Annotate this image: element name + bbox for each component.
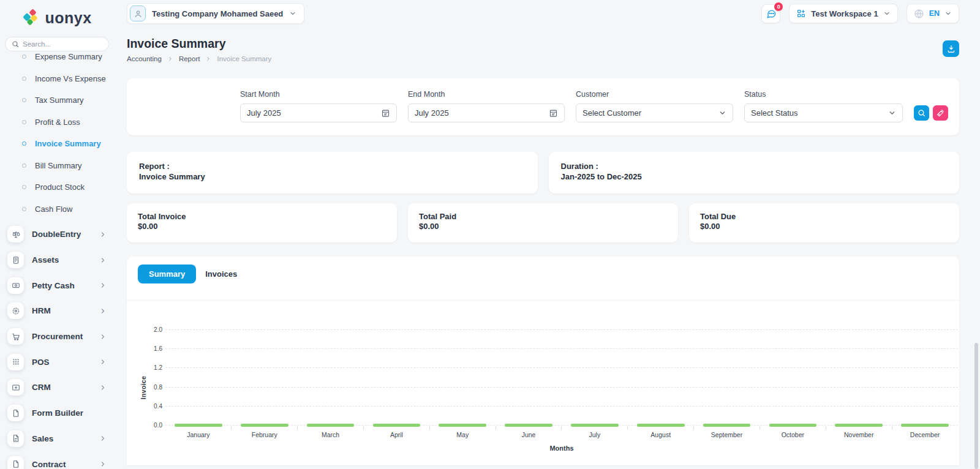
page-scrollbar-thumb[interactable] xyxy=(974,343,978,469)
app-logo[interactable]: uonyx xyxy=(5,9,109,27)
download-button[interactable] xyxy=(943,40,959,57)
chevron-down-icon xyxy=(888,109,896,117)
sidebar-module-menu: DoubleEntryAssetsPetty CashHRMProcuremen… xyxy=(5,222,109,469)
sidebar-item-expense-summary[interactable]: Expense Summary xyxy=(5,54,109,68)
circle-bullet-icon xyxy=(22,163,26,168)
sidebar-item-label: Invoice Summary xyxy=(35,139,101,148)
sidebar-item-invoice-summary[interactable]: Invoice Summary xyxy=(5,133,109,155)
company-avatar xyxy=(130,6,146,21)
chart-bar-cell xyxy=(429,323,496,426)
sidebar-item-doubleentry[interactable]: DoubleEntry xyxy=(5,222,109,247)
sidebar-report-menu: Expense SummaryIncome Vs ExpenseTax Summ… xyxy=(5,54,109,220)
app-logo-icon xyxy=(22,9,40,27)
sidebar-item-cash-flow[interactable]: Cash Flow xyxy=(5,198,109,220)
tab-summary[interactable]: Summary xyxy=(138,265,196,283)
target-icon xyxy=(7,302,24,319)
sidebar-item-crm[interactable]: CRM xyxy=(5,375,109,400)
customer-label: Customer xyxy=(576,90,733,99)
eraser-icon xyxy=(937,109,944,117)
file-icon xyxy=(7,405,24,421)
file-icon xyxy=(7,456,24,469)
y-tick-label: 1.2 xyxy=(154,364,162,371)
invoice-bar xyxy=(373,424,421,427)
sidebar-item-bill-summary[interactable]: Bill Summary xyxy=(5,155,109,177)
report-label: Report : xyxy=(139,161,526,171)
invoice-bar xyxy=(175,424,222,427)
x-tick-label: March xyxy=(298,431,364,438)
status-select[interactable]: Select Status xyxy=(744,103,903,122)
invoice-bar xyxy=(307,424,355,427)
sidebar-item-procurement[interactable]: Procurement xyxy=(5,324,109,350)
device-icon xyxy=(7,252,24,268)
x-tick-label: January xyxy=(165,431,232,438)
tab-invoices[interactable]: Invoices xyxy=(205,265,237,283)
sidebar-item-product-stock[interactable]: Product Stock xyxy=(5,176,109,198)
total-label: Total Due xyxy=(700,212,948,221)
sidebar-item-income-vs-expense[interactable]: Income Vs Expense xyxy=(5,68,109,90)
company-selector[interactable]: Testing Company Mohamed Saeed xyxy=(127,3,304,24)
chevron-right-icon xyxy=(99,257,107,264)
sidebar-item-assets[interactable]: Assets xyxy=(5,247,109,273)
x-tick-label: December xyxy=(892,431,958,438)
sidebar-item-sales[interactable]: Sales xyxy=(5,426,109,452)
search-input[interactable] xyxy=(23,40,114,48)
sidebar-item-petty-cash[interactable]: Petty Cash xyxy=(5,272,109,298)
language-label: EN xyxy=(929,9,940,18)
chart-x-ticks: JanuaryFebruaryMarchAprilMayJuneJulyAugu… xyxy=(165,431,958,438)
sidebar-item-label: Petty Cash xyxy=(32,281,91,290)
customer-select[interactable]: Select Customer xyxy=(576,103,733,122)
x-tick-label: August xyxy=(628,431,694,438)
messages-button[interactable]: 0 xyxy=(761,4,780,23)
sidebar-item-label: Assets xyxy=(32,255,91,265)
x-tick-label: April xyxy=(363,431,429,438)
circle-bullet-icon xyxy=(22,54,26,59)
chevron-right-icon xyxy=(99,358,107,366)
sidebar-item-pos[interactable]: POS xyxy=(5,349,109,375)
chevron-right-icon xyxy=(205,56,211,62)
duration-label: Duration : xyxy=(561,161,948,171)
reset-filter-button[interactable] xyxy=(933,105,948,121)
totals-row: Total Invoice$0.00Total Paid$0.00Total D… xyxy=(127,203,959,242)
breadcrumb-item[interactable]: Accounting xyxy=(127,55,162,62)
calendar-icon xyxy=(549,108,558,118)
start-month-input[interactable]: July 2025 xyxy=(240,103,397,122)
total-value: $0.00 xyxy=(138,222,386,231)
invoice-chart: Invoice 0.00.40.81.21.62.0 JanuaryFebrua… xyxy=(127,301,959,452)
x-tick-label: July xyxy=(562,431,628,438)
search-icon xyxy=(12,40,19,48)
circle-bullet-icon xyxy=(22,141,26,146)
file-text-icon xyxy=(7,430,24,447)
x-tick-label: May xyxy=(429,431,496,438)
page-title: Invoice Summary xyxy=(127,37,271,51)
y-tick-label: 1.6 xyxy=(154,345,162,352)
total-card-total-invoice: Total Invoice$0.00 xyxy=(127,203,397,242)
sidebar-item-label: Expense Summary xyxy=(35,54,102,61)
sidebar-item-label: Procurement xyxy=(32,332,91,341)
chart-bar-cell xyxy=(826,323,892,426)
sidebar-item-label: Profit & Loss xyxy=(35,118,80,127)
breadcrumb-item[interactable]: Report xyxy=(179,55,200,62)
chevron-down-icon xyxy=(718,109,726,117)
chevron-down-icon xyxy=(883,10,891,17)
duration-value: Jan-2025 to Dec-2025 xyxy=(561,171,948,182)
chart-card: Summary Invoices Invoice 0.00.40.81.21.6… xyxy=(127,257,959,465)
sidebar-item-hrm[interactable]: HRM xyxy=(5,298,109,324)
end-month-input[interactable]: July 2025 xyxy=(408,103,565,122)
sidebar-item-tax-summary[interactable]: Tax Summary xyxy=(5,89,109,111)
workspace-selector[interactable]: Test Workspace 1 xyxy=(789,4,897,23)
chevron-right-icon xyxy=(99,282,107,289)
sidebar-item-contract[interactable]: Contract xyxy=(5,451,109,469)
language-selector[interactable]: EN xyxy=(907,4,959,23)
breadcrumb-item: Invoice Summary xyxy=(217,55,271,62)
sidebar-item-label: Form Builder xyxy=(32,408,107,418)
circle-bullet-icon xyxy=(22,77,26,81)
invoice-bar xyxy=(637,424,685,427)
sidebar-item-form-builder[interactable]: Form Builder xyxy=(5,400,109,426)
apply-filter-button[interactable] xyxy=(914,105,929,121)
chevron-right-icon xyxy=(99,231,107,238)
sidebar-item-profit-loss[interactable]: Profit & Loss xyxy=(5,111,109,133)
sidebar-item-label: Sales xyxy=(32,434,91,443)
chevron-right-icon xyxy=(99,435,107,442)
invoice-bar xyxy=(835,424,883,427)
chevron-right-icon xyxy=(99,307,107,315)
